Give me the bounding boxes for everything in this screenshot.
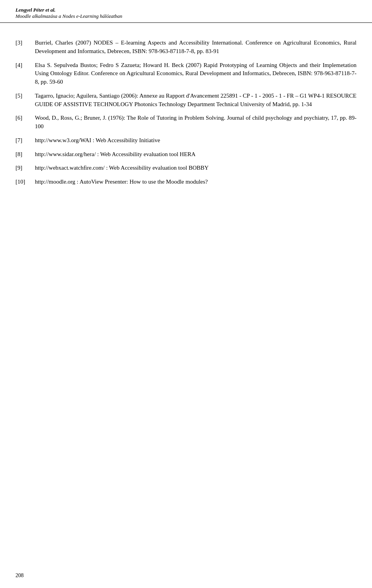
reference-item: [8]http://www.sidar.org/hera/ : Web Acce… bbox=[16, 150, 356, 159]
reference-item: [10]http://moodle.org : AutoView Present… bbox=[16, 178, 356, 186]
ref-text: Burriel, Charles (2007) NODES – E-learni… bbox=[35, 39, 356, 56]
reference-item: [9]http://webxact.watchfire.com/ : Web A… bbox=[16, 164, 356, 172]
ref-number: [3] bbox=[16, 39, 35, 56]
main-content: [3]Burriel, Charles (2007) NODES – E-lea… bbox=[0, 31, 372, 207]
ref-number: [9] bbox=[16, 164, 35, 172]
ref-text: Elsa S. Sepulveda Bustos; Fedro S Zazuet… bbox=[35, 61, 356, 86]
ref-number: [7] bbox=[16, 136, 35, 145]
ref-number: [6] bbox=[16, 114, 35, 131]
page-header: Lengyel Péter et al. Moodle alkalmazása … bbox=[0, 0, 372, 23]
ref-text: Wood, D., Ross, G.; Bruner, J. (1976): T… bbox=[35, 114, 356, 131]
reference-item: [4]Elsa S. Sepulveda Bustos; Fedro S Zaz… bbox=[16, 61, 356, 86]
reference-item: [7]http://www.w3.org/WAI : Web Accessibi… bbox=[16, 136, 356, 145]
ref-text: http://www.w3.org/WAI : Web Accessibilit… bbox=[35, 136, 356, 145]
reference-item: [5]Tagarro, Ignacio; Aguilera, Santiago … bbox=[16, 92, 356, 109]
reference-item: [6]Wood, D., Ross, G.; Bruner, J. (1976)… bbox=[16, 114, 356, 131]
reference-item: [3]Burriel, Charles (2007) NODES – E-lea… bbox=[16, 39, 356, 56]
header-author: Lengyel Péter et al. bbox=[16, 7, 356, 13]
ref-number: [5] bbox=[16, 92, 35, 109]
ref-number: [8] bbox=[16, 150, 35, 159]
ref-number: [10] bbox=[16, 178, 35, 186]
ref-text: http://webxact.watchfire.com/ : Web Acce… bbox=[35, 164, 356, 172]
page-number: 208 bbox=[16, 573, 24, 579]
ref-number: [4] bbox=[16, 61, 35, 86]
ref-text: http://www.sidar.org/hera/ : Web Accessi… bbox=[35, 150, 356, 159]
ref-text: Tagarro, Ignacio; Aguilera, Santiago (20… bbox=[35, 92, 356, 109]
header-subtitle: Moodle alkalmazása a Nodes e-Learning há… bbox=[16, 13, 356, 19]
references-list: [3]Burriel, Charles (2007) NODES – E-lea… bbox=[16, 39, 356, 186]
ref-text: http://moodle.org : AutoView Presenter: … bbox=[35, 178, 356, 186]
